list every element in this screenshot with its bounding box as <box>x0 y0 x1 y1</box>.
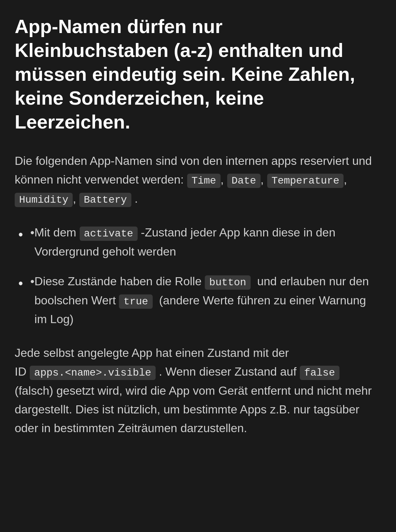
code-humidity: Humidity <box>15 193 73 207</box>
paragraph-visible-after: (falsch) gesetzt wird, wird die App vom … <box>15 384 372 435</box>
list-item-activate-text: Mit dem activate -Zustand jeder App kann… <box>34 223 381 261</box>
list-item-activate: • Mit dem activate -Zustand jeder App ka… <box>15 223 381 261</box>
code-temperature: Temperature <box>267 174 344 188</box>
feature-list: • Mit dem activate -Zustand jeder App ka… <box>15 223 381 329</box>
paragraph-reserved-after: . <box>135 192 138 205</box>
paragraph-visible-middle: . Wenn dieser Zustand auf <box>159 365 297 378</box>
code-date: Date <box>227 174 261 188</box>
code-apps-visible: apps.<name>.visible <box>30 366 156 380</box>
code-false: false <box>300 366 339 380</box>
code-activate: activate <box>80 227 138 241</box>
list-item-button: • Diese Zustände haben die Rolle button … <box>15 272 381 329</box>
code-true: true <box>119 294 152 309</box>
paragraph-visible-state: Jede selbst angelegte App hat einen Zust… <box>15 344 381 438</box>
bullet-2: • <box>30 272 34 291</box>
bullet-1: • <box>30 223 34 242</box>
paragraph-reserved-names: Die folgenden App-Namen sind von den int… <box>15 152 381 209</box>
code-time: Time <box>187 174 221 188</box>
main-heading: App-Namen dürfen nur Kleinbuchstaben (a-… <box>15 15 381 134</box>
list-item-button-text: Diese Zustände haben die Rolle button un… <box>34 272 381 329</box>
code-button: button <box>205 275 251 290</box>
code-battery: Battery <box>79 193 131 207</box>
